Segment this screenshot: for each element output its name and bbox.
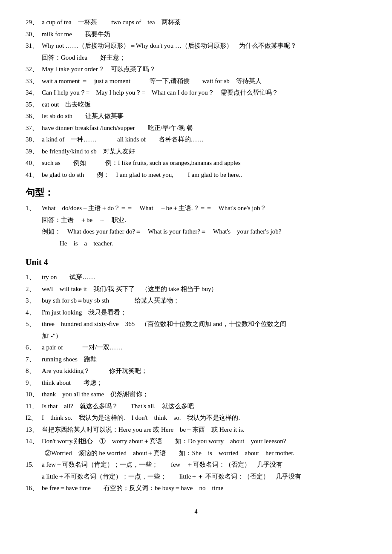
line-number: 41、 bbox=[26, 170, 42, 181]
line-number: 7、 bbox=[26, 354, 42, 365]
line-number: 35、 bbox=[26, 99, 42, 110]
line-item: 39、 be friendly/kind to sb 对某人友好 bbox=[26, 146, 366, 157]
unit4-line-15-sub: a little＋不可数名词（肯定）；一点，一些； little＋＋ 不可数名词… bbox=[26, 471, 366, 482]
line-number: 37、 bbox=[26, 123, 42, 134]
sentence-sub-3: He is a teacher. bbox=[26, 238, 366, 249]
line-number: 9、 bbox=[26, 378, 42, 389]
line-text: Can I help you？= May I help you？= What c… bbox=[42, 87, 366, 98]
unit4-line-8: 8、 Are you kidding？ 你开玩笑吧； bbox=[26, 366, 366, 377]
line-text: He is a teacher. bbox=[60, 238, 366, 249]
line-number: 13、 bbox=[26, 424, 42, 436]
line-item: 34、 Can I help you？= May I help you？= Wh… bbox=[26, 87, 366, 98]
unit4-line-12: I2、 I think so. 我认为是这样的. I don't think s… bbox=[26, 413, 366, 424]
unit4-line-14: 14、 Don't worry.别担心 ① worry about＋宾语 如：D… bbox=[26, 436, 366, 447]
line-number: 29、 bbox=[26, 17, 42, 28]
line-item: 30、 milk for me 我要牛奶 bbox=[26, 29, 366, 40]
line-text: such as 例如 例：I like fruits, such as oran… bbox=[42, 158, 366, 169]
line-text: I'm just looking 我只是看看； bbox=[42, 307, 366, 318]
unit4-line-6: 6、 a pair of 一对/一双…… bbox=[26, 342, 366, 353]
line-number: 14、 bbox=[26, 436, 42, 447]
main-content: 29、 a cup of tea 一杯茶 two cups of tea 两杯茶… bbox=[26, 17, 366, 517]
unit4-line-7: 7、 running shoes 跑鞋 bbox=[26, 354, 366, 365]
line-item: 31、 Why not ……（后接动词原形）＝Why don't you …（后… bbox=[26, 40, 366, 52]
line-text: a little＋不可数名词（肯定）；一点，一些； little＋＋ 不可数名词… bbox=[42, 471, 366, 482]
line-number: 5、 bbox=[26, 319, 42, 330]
line-text: Why not ……（后接动词原形）＝Why don't you …（后接动词原… bbox=[42, 40, 366, 52]
line-number: 1、 bbox=[26, 272, 42, 283]
line-number: 39、 bbox=[26, 146, 42, 157]
line-number: 2、 bbox=[26, 284, 42, 295]
line-number: 31、 bbox=[26, 40, 42, 52]
line-item: 29、 a cup of tea 一杯茶 two cups of tea 两杯茶 bbox=[26, 17, 366, 28]
line-text: 回答：Good idea 好主意； bbox=[42, 52, 366, 63]
line-text: try on 试穿…… bbox=[42, 272, 366, 283]
line-number: 8、 bbox=[26, 366, 42, 377]
line-item: 38、 a kind of 一种…… all kinds of 各种各样的…… bbox=[26, 134, 366, 145]
line-number: I2、 bbox=[26, 413, 42, 424]
line-item: 41、 be glad to do sth 例： I am glad to me… bbox=[26, 170, 366, 181]
unit4-section: 1、 try on 试穿…… 2、 we/I will take it 我们/我… bbox=[26, 272, 366, 494]
line-item: 36、 let sb do sth 让某人做某事 bbox=[26, 111, 366, 122]
sentence-sub-1: 回答：主语 ＋be ＋ 职业. bbox=[26, 215, 366, 226]
line-number: 11、 bbox=[26, 401, 42, 412]
line-text: a kind of 一种…… all kinds of 各种各样的…… bbox=[42, 134, 366, 145]
unit4-line-15: 15. a few＋可数名词（肯定）；一点，一些； few ＋可数名词：（否定）… bbox=[26, 459, 366, 470]
unit4-line-5-sub: 加"-"） bbox=[26, 331, 366, 342]
line-text: wait a moment ＝ just a moment 等一下,请稍侯 wa… bbox=[42, 76, 366, 87]
line-number: 16、 bbox=[26, 483, 42, 494]
line-number: 36、 bbox=[26, 111, 42, 122]
unit4-line-3: 3、 buy sth for sb＝buy sb sth 给某人买某物； bbox=[26, 295, 366, 306]
line-text: be glad to do sth 例： I am glad to meet y… bbox=[42, 170, 366, 181]
line-text: 例如： What does your father do?＝ What is y… bbox=[42, 226, 366, 237]
unit4-line-1: 1、 try on 试穿…… bbox=[26, 272, 366, 283]
line-text: we/I will take it 我们/我 买下了 （这里的 take 相当于… bbox=[42, 284, 366, 295]
line-item: 37、 have dinner/ breakfast /lunch/supper… bbox=[26, 123, 366, 134]
unit4-title: Unit 4 bbox=[26, 255, 366, 269]
line-number: 30、 bbox=[26, 29, 42, 40]
sentence-pattern-section: 1、 What do/does＋主语＋do？＝＝ What ＋be＋主语.？＝＝… bbox=[26, 203, 366, 249]
sentence-sub-2: 例如： What does your father do?＝ What is y… bbox=[26, 226, 366, 237]
line-text: What do/does＋主语＋do？＝＝ What ＋be＋主语.？＝＝ Wh… bbox=[42, 203, 366, 214]
line-text: Are you kidding？ 你开玩笑吧； bbox=[42, 366, 366, 377]
line-text: 加"-"） bbox=[42, 331, 366, 342]
sentence-pattern-title: 句型： bbox=[26, 185, 366, 200]
line-text: a cup of tea 一杯茶 two cups of tea 两杯茶 bbox=[42, 17, 366, 28]
line-text: think about 考虑； bbox=[42, 378, 366, 389]
line-text: a pair of 一对/一双…… bbox=[42, 342, 366, 353]
unit4-line-5: 5、 three hundred and sixty-five 365 （百位数… bbox=[26, 319, 366, 330]
line-text: let sb do sth 让某人做某事 bbox=[42, 111, 366, 122]
unit4-line-4: 4、 I'm just looking 我只是看看； bbox=[26, 307, 366, 318]
line-text: milk for me 我要牛奶 bbox=[42, 29, 366, 40]
line-text: Is that all? 就这么多吗？ That's all. 就这么多吧 bbox=[42, 401, 366, 412]
line-text: ②Worried 烦恼的 be worried about＋宾语 如：She i… bbox=[26, 448, 366, 459]
line-number: 3、 bbox=[26, 295, 42, 306]
line-text: 回答：主语 ＋be ＋ 职业. bbox=[42, 215, 366, 226]
line-number: 10、 bbox=[26, 389, 42, 400]
sentence-line-1: 1、 What do/does＋主语＋do？＝＝ What ＋be＋主语.？＝＝… bbox=[26, 203, 366, 214]
line-item: 40、 such as 例如 例：I like fruits, such as … bbox=[26, 158, 366, 169]
line-number: 32、 bbox=[26, 64, 42, 75]
unit4-line-10: 10、 thank you all the same 仍然谢谢你； bbox=[26, 389, 366, 400]
line-item: 33、 wait a moment ＝ just a moment 等一下,请稍… bbox=[26, 76, 366, 87]
line-text: 当把东西给某人时可以说：Here you are 或 Here be＋东西 或 … bbox=[42, 424, 366, 436]
line-sub: 回答：Good idea 好主意； bbox=[26, 52, 366, 63]
unit4-line-16: 16、 be free＝have time 有空的；反义词：be busy＝ha… bbox=[26, 483, 366, 494]
line-text: May I take your order？ 可以点菜了吗？ bbox=[42, 64, 366, 75]
line-text: three hundred and sixty-five 365 （百位数和十位… bbox=[42, 319, 366, 330]
unit4-line-2: 2、 we/I will take it 我们/我 买下了 （这里的 take … bbox=[26, 284, 366, 295]
line-text: thank you all the same 仍然谢谢你； bbox=[42, 389, 366, 400]
line-number: 1、 bbox=[26, 203, 42, 214]
line-text: be friendly/kind to sb 对某人友好 bbox=[42, 146, 366, 157]
line-text: buy sth for sb＝buy sb sth 给某人买某物； bbox=[42, 295, 366, 306]
line-text: Don't worry.别担心 ① worry about＋宾语 如：Do yo… bbox=[42, 436, 366, 447]
unit4-line-14-sub: ②Worried 烦恼的 be worried about＋宾语 如：She i… bbox=[26, 448, 366, 459]
line-number: 34、 bbox=[26, 87, 42, 98]
line-number: 4、 bbox=[26, 307, 42, 318]
line-item: 35、 eat out 出去吃饭 bbox=[26, 99, 366, 110]
line-text: a few＋可数名词（肯定）；一点，一些； few ＋可数名词：（否定） 几乎没… bbox=[42, 459, 366, 470]
unit4-line-9: 9、 think about 考虑； bbox=[26, 378, 366, 389]
line-text: be free＝have time 有空的；反义词：be busy＝have n… bbox=[42, 483, 366, 494]
line-text: running shoes 跑鞋 bbox=[42, 354, 366, 365]
page-number: 4 bbox=[26, 507, 366, 517]
line-number: 6、 bbox=[26, 342, 42, 353]
